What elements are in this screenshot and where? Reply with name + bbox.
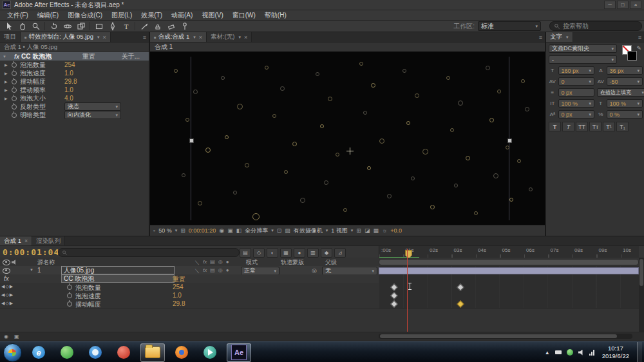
show-snapshot-icon[interactable]: ▣	[227, 227, 233, 234]
menu-item[interactable]: 效果(T)	[137, 11, 167, 20]
layer-handle-left[interactable]	[191, 57, 191, 220]
expand-layer-switches-button[interactable]: ◉	[4, 334, 8, 339]
layer-handle[interactable]	[189, 138, 194, 143]
current-time-display[interactable]: 0:00:01:04	[3, 247, 59, 257]
close-icon[interactable]: ×	[244, 34, 247, 41]
keyframe-navigator[interactable]: ◀◇▶	[1, 301, 14, 306]
effect-header-cc-bubbles[interactable]: ▼ fx CC 吹泡泡 重置 关于...	[0, 52, 149, 61]
start-button[interactable]	[3, 343, 22, 362]
clone-stamp-tool[interactable]	[151, 21, 164, 31]
keyframe[interactable]	[457, 300, 464, 307]
tab-composition[interactable]: ■ 合成:合成 1 ▾ ×	[150, 32, 207, 42]
tab-project[interactable]: 项目	[0, 32, 21, 42]
eraser-tool[interactable]	[164, 21, 178, 31]
timeline-icon[interactable]: ◪	[365, 227, 370, 234]
pen-tool[interactable]	[106, 21, 119, 31]
menu-item[interactable]: 图层(L)	[107, 11, 137, 20]
layer-row[interactable]: ▼ 1 人像05.jpg ＼fx▤◎● 正常▾ ◎ 无▾	[0, 266, 644, 274]
text-style-toggle[interactable]: T¹	[603, 122, 615, 131]
scrollbar-thumb[interactable]	[639, 259, 643, 286]
property-value[interactable]: 254	[173, 283, 184, 291]
safe-guides-icon[interactable]: ⊞	[180, 227, 185, 234]
brainstorm-button[interactable]: ▥	[307, 248, 319, 258]
stopwatch-icon[interactable]	[12, 79, 17, 84]
zoom-tool[interactable]	[29, 21, 43, 31]
close-button[interactable]: ×	[630, 1, 641, 9]
time-ruler[interactable]: :00s01s02s03s04s05s06s07s08s09s10s	[379, 246, 639, 258]
work-area-bar[interactable]	[379, 259, 639, 265]
stopwatch-icon[interactable]	[67, 293, 72, 298]
taskbar-ie-icon[interactable]: e	[27, 344, 50, 361]
channels-icon[interactable]: ◧	[236, 227, 242, 234]
effect-row[interactable]: fx CC 吹泡泡 重置	[0, 274, 644, 283]
text-style-toggle[interactable]: TT	[576, 122, 588, 131]
restore-button[interactable]: □	[617, 1, 629, 9]
menu-item[interactable]: 视图(V)	[197, 11, 227, 20]
hand-tool[interactable]	[15, 21, 29, 31]
taskbar-media-player-icon[interactable]	[198, 344, 222, 361]
region-of-interest-icon[interactable]: ⊡	[277, 227, 282, 234]
horizontal-scale-select[interactable]: 100 %▾	[607, 99, 643, 108]
property-value[interactable]: 29.8	[173, 300, 185, 307]
frame-blend-button[interactable]: ▦	[280, 248, 292, 258]
panel-menu-icon[interactable]: ≡	[638, 34, 641, 41]
property-value[interactable]: 29.8	[64, 78, 77, 85]
twirl-right-icon[interactable]: ▶	[5, 79, 8, 84]
tab-render-queue[interactable]: 渲染队列	[32, 236, 65, 245]
hidden-icons-button[interactable]: ▲	[545, 350, 550, 356]
leading-select[interactable]: 36 px▾	[607, 66, 643, 75]
panel-menu-icon[interactable]: ≡	[539, 34, 542, 41]
tab-timeline-comp[interactable]: 合成 1 ×	[0, 236, 32, 245]
camera-select[interactable]: 有效摄像机▾	[294, 227, 328, 235]
menu-item[interactable]: 帮助(H)	[260, 11, 291, 20]
menu-item[interactable]: 文件(F)	[3, 11, 33, 20]
taskbar-browser-green-icon[interactable]	[55, 344, 79, 361]
stopwatch-icon[interactable]	[12, 96, 17, 101]
menu-item[interactable]: 动画(A)	[167, 11, 197, 20]
property-row[interactable]: ◀◇▶ 泡泡速度 1.0	[0, 291, 644, 300]
keyframe[interactable]	[390, 283, 397, 291]
property-row[interactable]: ◀◇▶ 摆动幅度 29.8	[0, 300, 644, 308]
keyframe-navigator[interactable]: ◀◇▶	[1, 284, 14, 289]
brush-tool[interactable]	[137, 21, 151, 31]
timeline-search-input[interactable]	[58, 248, 240, 257]
stopwatch-icon[interactable]	[12, 71, 17, 76]
close-icon[interactable]: ×	[24, 238, 28, 244]
twirl-right-icon[interactable]: ▶	[5, 96, 8, 100]
close-icon[interactable]: ×	[199, 34, 202, 41]
menu-item[interactable]: 窗口(W)	[228, 11, 260, 20]
layer-track[interactable]	[379, 266, 639, 275]
tab-character[interactable]: 文字 ▾	[546, 32, 573, 42]
layer-name[interactable]: 人像05.jpg	[61, 266, 175, 274]
security-icon[interactable]	[567, 349, 573, 356]
reflection-type-select[interactable]: 液态▾	[64, 102, 121, 111]
tab-effect-controls[interactable]: ■ 特效控制台: 人像 05.jpg ▾ ×	[21, 32, 111, 42]
puppet-pin-tool[interactable]	[178, 21, 191, 31]
tab-footage[interactable]: 素材:(无) ▾ ×	[207, 32, 252, 42]
composition-viewer[interactable]	[150, 52, 545, 225]
keyframe[interactable]	[457, 283, 464, 291]
fill-stroke-order-select[interactable]: 在描边上填充▾	[597, 88, 644, 97]
tracking-select[interactable]: -50▾	[607, 77, 643, 86]
property-value[interactable]: 1.0	[64, 70, 73, 77]
stopwatch-icon[interactable]	[12, 113, 17, 118]
flowchart-icon[interactable]: ▦	[373, 227, 379, 234]
shading-type-select[interactable]: 向内淡化▾	[64, 111, 121, 119]
auto-keyframe-button[interactable]: ◆	[321, 248, 332, 258]
graph-editor-button[interactable]: ⊿	[334, 248, 346, 258]
show-desktop-button[interactable]	[637, 342, 642, 362]
keyframe-navigator[interactable]: ◀◇▶	[1, 292, 14, 298]
text-style-toggle[interactable]: T	[549, 122, 561, 131]
twirl-down-icon[interactable]: ▼	[3, 55, 6, 59]
twirl-right-icon[interactable]: ▶	[5, 62, 8, 67]
tsume-select[interactable]: 0 %▾	[607, 110, 643, 119]
parent-pickwhip-icon[interactable]: ◎	[312, 267, 317, 274]
taskbar-browser-compass-icon[interactable]	[84, 344, 107, 361]
expand-transfer-controls-button[interactable]: ▣	[14, 334, 19, 339]
baseline-shift-select[interactable]: 0 px▾	[558, 110, 594, 119]
text-style-toggle[interactable]: T₁	[616, 122, 629, 131]
close-icon[interactable]: ×	[102, 34, 106, 41]
timeline-effect-name[interactable]: CC 吹泡泡	[61, 274, 175, 283]
taskbar-firefox-icon[interactable]	[170, 344, 193, 361]
draft3d-button[interactable]: ◇	[253, 248, 265, 258]
